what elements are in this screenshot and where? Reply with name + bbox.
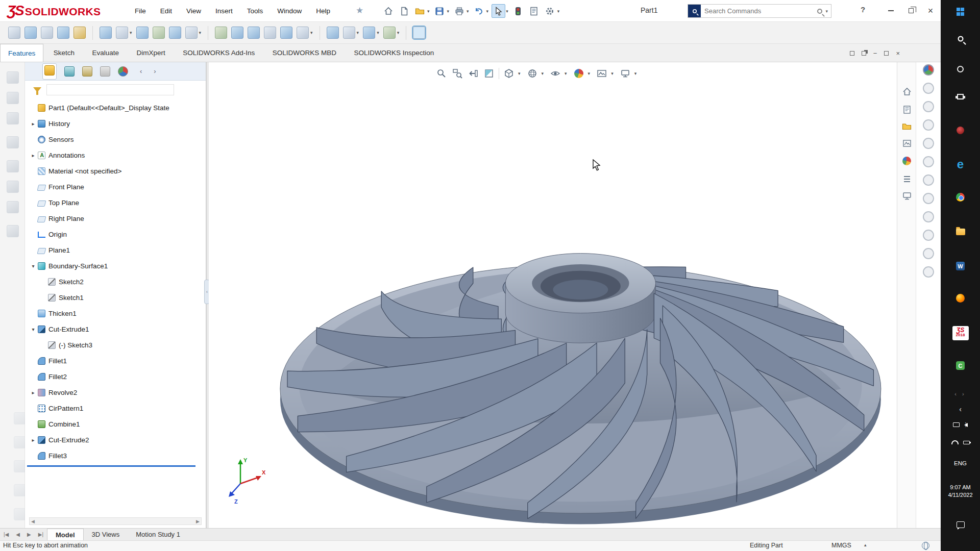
tree-item[interactable]: Thicken1 [25,306,206,321]
tab-evaluate[interactable]: Evaluate [84,44,127,62]
tree-item[interactable]: Material <not specified> [25,163,206,179]
addin-tab-icon-10[interactable] [923,230,934,241]
addin-tab-icon-4[interactable] [923,119,934,131]
cad-tool-icon-19[interactable] [343,27,355,39]
menu-insert[interactable]: Insert [208,7,240,15]
volume-icon[interactable] [964,423,968,427]
scroll-left-icon[interactable]: ◀ [31,519,35,524]
cad-tool-icon-1[interactable] [8,27,20,39]
menu-edit[interactable]: Edit [153,7,179,15]
addin-tab-icon-7[interactable] [923,174,934,186]
cad-tool-icon-20[interactable] [363,27,375,39]
collapse-arrow-icon[interactable] [29,263,37,269]
custom-properties-icon[interactable] [901,173,913,185]
chrome-icon[interactable] [941,193,980,202]
dimxpertmanager-tab[interactable] [100,66,110,77]
zoom-to-area-icon[interactable] [451,67,463,80]
cad-tool-icon-17[interactable] [297,27,309,39]
tab-solidworks-mbd[interactable]: SOLIDWORKS MBD [265,44,344,62]
tab-model[interactable]: Model [47,529,84,541]
start-button[interactable] [941,8,980,16]
view-palette-icon[interactable] [901,137,913,149]
filter-input[interactable] [46,84,174,95]
units-dropdown-icon[interactable]: ▴ [864,542,867,547]
scroll-right-icon[interactable]: ▶ [196,519,200,524]
expand-arrow-icon[interactable] [29,390,37,395]
hide-show-dropdown-icon[interactable]: ▾ [565,71,567,76]
addin-tab-icon-9[interactable] [923,211,934,222]
options-dropdown-icon[interactable]: ▾ [557,9,560,14]
tree-item[interactable]: Plane1 [25,242,206,258]
view-orientation-icon[interactable] [503,67,515,80]
tab-sketch[interactable]: Sketch [46,44,82,62]
featuremanager-tab[interactable] [42,63,57,80]
camtasia-icon[interactable]: C [941,361,980,370]
rollback-bar[interactable] [27,465,195,467]
cad-tool-icon-8[interactable] [136,27,149,39]
minimize-button[interactable] [881,0,900,21]
impeller-model[interactable] [253,224,897,528]
cad-tool-icon-4[interactable] [57,27,69,39]
cad-tool-icon-13[interactable] [231,27,243,39]
cad-tool-icon-11[interactable] [185,27,198,39]
expand-arrow-icon[interactable] [29,153,37,158]
tree-item[interactable]: Fillet2 [25,369,206,385]
cad-tool-icon-3[interactable] [41,27,53,39]
options-gear-icon[interactable] [543,4,557,18]
solidworks-resources-icon[interactable] [901,86,913,97]
pin-menu-icon[interactable]: ★ [356,5,363,16]
tags-globe-icon[interactable] [922,542,929,549]
menu-window[interactable]: Window [270,7,309,15]
cad-tool-icon-5[interactable] [74,27,86,39]
expand-arrow-icon[interactable] [29,437,37,443]
edge-icon[interactable]: e [941,157,980,171]
select-tool-icon[interactable] [492,4,505,18]
rebuild-icon[interactable] [511,4,525,18]
view-settings-icon[interactable] [619,67,631,80]
side-tool-icon-1[interactable] [7,71,19,84]
propertymanager-tab[interactable] [64,66,75,77]
tree-item[interactable]: Sketch1 [25,290,206,306]
tree-item[interactable]: History [25,116,206,132]
tree-item[interactable]: Top Plane [25,195,206,211]
battery-icon[interactable] [963,441,970,444]
expand-arrow-icon[interactable] [29,121,37,127]
view-settings-dropdown-icon[interactable]: ▾ [634,71,637,76]
tool-dropdown-icon[interactable]: ▾ [357,30,359,35]
menu-help[interactable]: Help [309,7,337,15]
language-indicator[interactable]: ENG [941,460,980,466]
tree-item[interactable]: Fillet3 [25,448,206,464]
display-style-dropdown-icon[interactable]: ▾ [542,71,544,76]
print-dropdown-icon[interactable]: ▾ [467,9,469,14]
scene-dropdown-icon[interactable]: ▾ [611,71,614,76]
tab-scroll-prev-icon[interactable]: ◀ [12,532,23,537]
tree-item[interactable]: Annotations [25,147,206,163]
tab-scroll-first-icon[interactable]: |◀ [0,532,12,537]
zoom-to-fit-icon[interactable] [435,67,448,80]
search-commands-box[interactable]: ▾ [688,4,831,18]
undo-icon[interactable] [472,4,486,18]
restore-button[interactable] [901,0,921,21]
cad-tool-icon-2[interactable] [24,27,37,39]
action-center-icon[interactable] [941,521,980,528]
doc-split-icon[interactable] [850,51,854,56]
tree-item[interactable]: Origin [25,227,206,242]
cad-tool-icon-18[interactable] [327,27,339,39]
addin-tab-icon-11[interactable] [923,248,934,259]
save-dropdown-icon[interactable]: ▾ [447,9,450,14]
side-tool-icon-7[interactable] [7,201,19,213]
tool-dropdown-icon[interactable]: ▾ [199,30,202,35]
appearance-dropdown-icon[interactable]: ▾ [588,71,591,76]
edit-appearance-icon[interactable] [573,67,585,80]
menu-tools[interactable]: Tools [240,7,271,15]
file-properties-icon[interactable] [527,4,541,18]
cad-tool-icon-21[interactable] [383,27,396,39]
doc-restore-icon[interactable] [884,51,889,56]
tree-item[interactable]: Front Plane [25,179,206,195]
tree-item[interactable]: Boundary-Surface1 [25,258,206,274]
addin-tab-icon-2[interactable] [923,83,934,94]
addin-tab-icon-12[interactable] [923,266,934,278]
tab-motion-study-1[interactable]: Motion Study 1 [128,529,188,541]
section-view-icon[interactable] [483,67,495,80]
clock[interactable]: 9:07 AM 4/11/2022 [941,484,980,499]
